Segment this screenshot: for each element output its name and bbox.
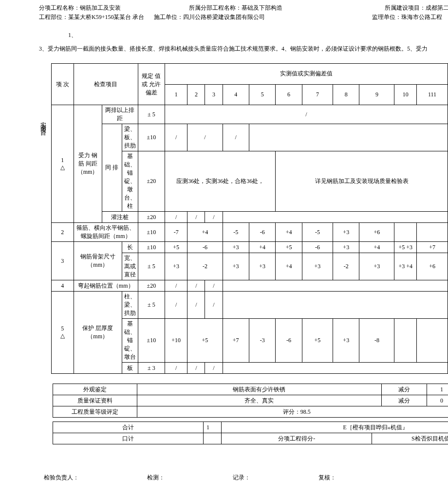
tol: ±10 bbox=[138, 319, 165, 363]
cell: +3 bbox=[223, 253, 249, 280]
sum-label: 合计 bbox=[53, 422, 204, 433]
cell: -2 bbox=[187, 253, 223, 280]
cell: -6 bbox=[302, 242, 333, 253]
eval-val: 评分：98.5 bbox=[137, 406, 448, 418]
cell bbox=[417, 319, 448, 363]
row-group: 同 排 bbox=[102, 124, 122, 212]
eval-label: 减分 bbox=[381, 395, 427, 406]
th-col: 8 bbox=[333, 84, 359, 105]
eval-label: 减分 bbox=[381, 384, 427, 395]
row-sub: 弯起钢筋位置（mm） bbox=[74, 280, 138, 292]
cell: +4 bbox=[276, 253, 302, 280]
cell: -7 bbox=[165, 223, 187, 242]
th-jiancha: 检查项目 bbox=[74, 64, 138, 105]
eval-val: 齐全、真实 bbox=[137, 395, 381, 406]
tol: ± 5 bbox=[138, 105, 165, 124]
value: 珠海市公路工程 bbox=[401, 14, 442, 20]
cell: +3 bbox=[333, 319, 359, 363]
cell: +7 bbox=[223, 319, 249, 363]
evaluation-table: 外观鉴定 钢筋表面有少许铁锈 减分 1 监理意见 质量保证资料 齐全、真实 减分… bbox=[53, 384, 448, 418]
th-col: 7 bbox=[302, 84, 333, 105]
measurement-table: 项 次 检查项目 规定 值或 允许偏差 实测值或实测偏差值 1 2 3 4 5 … bbox=[51, 63, 448, 374]
eval-label: 质量保证资料 bbox=[53, 395, 137, 406]
cell: -3 bbox=[249, 319, 275, 363]
note-1: 1、 bbox=[68, 31, 448, 39]
cell: / bbox=[165, 105, 448, 124]
row-sub: 基础、锚碇、墩台、柱 bbox=[122, 151, 138, 212]
value: 某某大桥K59+150某某台 承台 bbox=[68, 14, 144, 20]
cell: / bbox=[187, 363, 205, 374]
row-no: 5 △ bbox=[52, 292, 74, 374]
th-guiding: 规定 值或 允许偏差 bbox=[138, 64, 165, 105]
tol: ±10 bbox=[138, 124, 165, 151]
label: 施工单位： bbox=[154, 14, 183, 20]
eval-val: 钢筋表面有少许铁锈 bbox=[137, 384, 381, 395]
tol: ± 5 bbox=[138, 292, 165, 319]
sig-test: 检测： bbox=[147, 474, 165, 482]
cell: +7 bbox=[417, 242, 448, 253]
cell: +5 bbox=[165, 242, 187, 253]
th-col: 9 bbox=[359, 84, 394, 105]
cell: 应测36处，实测36处，合格36处， bbox=[165, 151, 275, 212]
row-no: 2 bbox=[52, 223, 74, 242]
sum-val bbox=[203, 433, 221, 444]
label: 分项工程名称： bbox=[39, 4, 80, 11]
row-sub: 箍筋、横向水平钢筋、螺旋筋间距（mm） bbox=[74, 223, 138, 242]
eval-val: 0 bbox=[427, 395, 448, 406]
tol: ±10 bbox=[138, 223, 165, 242]
cell: / bbox=[187, 124, 223, 151]
sum-table: 合计 1 E［橙有项目哗归«机值』 口计 分项工程得分- S检否炽目机值 =89… bbox=[53, 422, 448, 444]
row-sub: 宽、嵩或直径 bbox=[122, 253, 138, 280]
th-col: 10 bbox=[394, 84, 417, 105]
cell: +3 bbox=[302, 253, 333, 280]
cell: +4 bbox=[187, 223, 223, 242]
cell bbox=[249, 124, 448, 151]
cell: +4 bbox=[276, 223, 302, 242]
row-sub: 两排以上排距 bbox=[102, 105, 138, 124]
sum-val: 1 bbox=[203, 422, 221, 433]
cell: / bbox=[223, 124, 249, 151]
cell bbox=[417, 223, 448, 242]
eval-val: 1 bbox=[427, 384, 448, 395]
tol: ± 5 bbox=[138, 253, 165, 280]
label: 所属建设项目： bbox=[385, 4, 426, 11]
cell: -6 bbox=[249, 223, 275, 242]
cell: -6 bbox=[276, 319, 302, 363]
sig-review: 复核： bbox=[318, 474, 336, 482]
cell: +6 bbox=[359, 223, 394, 242]
th-col: 6 bbox=[276, 84, 302, 105]
row-sub: 板 bbox=[122, 363, 138, 374]
cell bbox=[394, 319, 417, 363]
cell: -8 bbox=[359, 319, 394, 363]
cell: / bbox=[187, 292, 205, 319]
th-col: 2 bbox=[187, 84, 205, 105]
cell: +3 bbox=[333, 223, 359, 242]
row-no: 1 △ bbox=[52, 105, 74, 223]
th-shice: 实测值或实测偏差值 bbox=[165, 64, 448, 85]
row-cat: 钢筋骨架尺寸（mm） bbox=[74, 242, 122, 280]
cell: +5 bbox=[302, 319, 333, 363]
row-cat: 受力 钢筋 间距（mm） bbox=[74, 105, 102, 223]
th-xiangci: 项 次 bbox=[52, 64, 74, 105]
label: 所属分部工程名称： bbox=[189, 4, 242, 11]
eval-label: 外观鉴定 bbox=[53, 384, 137, 395]
signature-row: 检验负责人： 检测： 记录： 复核： bbox=[39, 474, 448, 482]
cell: +10 bbox=[165, 319, 187, 363]
cell: -5 bbox=[302, 223, 333, 242]
th-col: 5 bbox=[249, 84, 275, 105]
tol: ±20 bbox=[138, 151, 165, 212]
side-label: 实测项目 bbox=[39, 63, 51, 128]
cell bbox=[223, 212, 448, 223]
cell: +5 bbox=[276, 242, 302, 253]
cell: 详见钢筋加工及安装现场质量检验表 bbox=[276, 151, 448, 212]
cell: +3 bbox=[165, 253, 187, 280]
cell: / bbox=[165, 280, 187, 292]
value: 钢筋加工及安装 bbox=[80, 4, 121, 11]
cell: +5 bbox=[187, 319, 223, 363]
tol: ± 3 bbox=[138, 363, 165, 374]
cell: / bbox=[187, 280, 205, 292]
cell: +3 bbox=[223, 242, 249, 253]
tol: ±20 bbox=[138, 212, 165, 223]
eval-label: 工程质量等级评定 bbox=[53, 406, 137, 418]
cell: +6 bbox=[417, 253, 448, 280]
